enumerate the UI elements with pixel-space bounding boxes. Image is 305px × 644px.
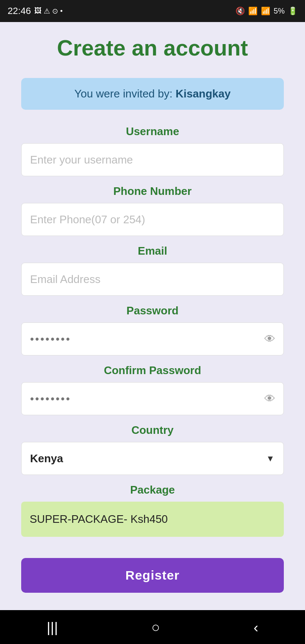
confirm-password-label: Confirm Password: [21, 364, 284, 377]
country-section: Country Kenya Uganda Tanzania Other ▼: [21, 424, 284, 475]
confirm-password-wrapper: 👁: [21, 382, 284, 415]
phone-section: Phone Number: [21, 185, 284, 236]
password-label: Password: [21, 304, 284, 317]
battery-level: 5%: [274, 7, 285, 16]
email-input[interactable]: [21, 263, 284, 296]
username-label: Username: [21, 125, 284, 138]
username-input[interactable]: [21, 143, 284, 176]
status-time: 22:46: [8, 6, 31, 17]
status-bar-left: 22:46 🖼 ⚠ ⊙ •: [8, 6, 63, 17]
main-content: Create an account You were invited by: K…: [0, 22, 305, 610]
email-label: Email: [21, 244, 284, 258]
country-select[interactable]: Kenya Uganda Tanzania Other: [21, 442, 284, 475]
invite-name: Kisangkay: [175, 87, 230, 100]
package-label: Package: [21, 483, 284, 497]
register-button[interactable]: Register: [21, 558, 284, 593]
confirm-password-input[interactable]: [21, 382, 284, 415]
password-input[interactable]: [21, 322, 284, 355]
sync-icon: ⊙: [52, 7, 58, 16]
password-section: Password 👁: [21, 304, 284, 355]
phone-input[interactable]: [21, 203, 284, 236]
status-icons: 🖼 ⚠ ⊙ •: [34, 7, 63, 16]
bottom-nav: ||| ○ ‹: [0, 610, 305, 644]
alert-icon: ⚠: [44, 7, 50, 16]
mute-icon: 🔇: [236, 6, 245, 16]
package-section: Package SUPER-PACKAGE- Ksh450: [21, 483, 284, 537]
invite-banner: You were invited by: Kisangkay: [21, 78, 284, 110]
wifi-icon: 📶: [248, 6, 258, 16]
page-title: Create an account: [57, 35, 248, 61]
country-select-wrapper: Kenya Uganda Tanzania Other ▼: [21, 442, 284, 475]
phone-label: Phone Number: [21, 185, 284, 198]
invite-prefix: You were invited by:: [74, 87, 175, 100]
package-box: SUPER-PACKAGE- Ksh450: [21, 502, 284, 537]
country-label: Country: [21, 424, 284, 437]
home-nav-icon[interactable]: ○: [151, 619, 160, 636]
password-toggle-icon[interactable]: 👁: [264, 333, 275, 346]
confirm-password-toggle-icon[interactable]: 👁: [264, 392, 275, 405]
battery-icon: 🔋: [288, 6, 297, 16]
status-bar: 22:46 🖼 ⚠ ⊙ • 🔇 📶 📶 5% 🔋: [0, 0, 305, 22]
image-icon: 🖼: [34, 7, 42, 15]
status-bar-right: 🔇 📶 📶 5% 🔋: [236, 6, 297, 16]
confirm-password-section: Confirm Password 👁: [21, 364, 284, 415]
username-section: Username: [21, 125, 284, 176]
signal-icon: 📶: [261, 6, 270, 16]
menu-nav-icon[interactable]: |||: [47, 619, 58, 636]
email-section: Email: [21, 244, 284, 296]
password-wrapper: 👁: [21, 322, 284, 355]
back-nav-icon[interactable]: ‹: [253, 619, 258, 636]
dot-icon: •: [60, 7, 63, 15]
